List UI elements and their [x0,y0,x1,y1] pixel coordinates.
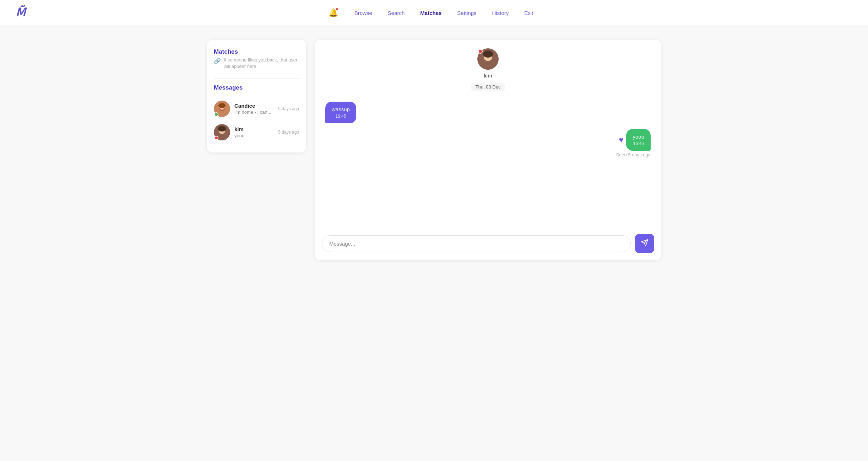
message-received-yooo: ♥ yooo 16:46 Seen 5 days ago [616,129,651,157]
messages-section-title: Messages [214,84,299,91]
bubble-wassup-time: 16:45 [332,114,350,119]
main-content: Matches 🔗 If someone likes you back, tha… [185,26,683,274]
notification-dot [335,7,339,11]
chat-contact-avatar-wrapper [477,48,499,70]
heart-reaction-icon: ♥ [619,135,623,145]
link-icon: 🔗 [214,58,221,64]
svg-point-5 [218,103,226,108]
nav-search[interactable]: Search [381,7,411,19]
navbar: M̃ 🔔 Browse Search Matches Settings Hist… [0,0,868,26]
send-button[interactable] [635,234,654,253]
bubble-yooo: yooo 16:46 [626,129,651,151]
app-logo: M̃ [14,4,31,22]
bubble-yooo-time: 16:46 [633,141,644,147]
nav-matches[interactable]: Matches [414,7,448,19]
candice-preview: I'm home - I can... [234,109,274,115]
matches-info: 🔗 If someone likes you back, that user w… [214,57,299,70]
send-icon [641,239,649,248]
yooo-bubble-row: ♥ yooo 16:46 [619,129,651,151]
chat-input-area [315,228,661,260]
kim-name: kim [234,126,274,132]
nav-exit[interactable]: Exit [518,7,539,19]
nav-center: 🔔 Browse Search Matches Settings History… [329,7,539,19]
svg-point-9 [218,126,226,132]
seen-status: Seen 5 days ago [616,152,651,157]
kim-status-dot [214,136,218,140]
kim-avatar-wrapper [214,124,230,140]
chat-contact-name: kim [484,73,492,79]
sidebar: Matches 🔗 If someone likes you back, tha… [207,40,306,260]
conversation-item-kim[interactable]: kim yooo 5 days ago [214,120,299,144]
notifications-bell[interactable]: 🔔 [329,8,338,17]
candice-avatar-wrapper [214,101,230,117]
chat-panel: kim Thu, 03 Dec wassup 16:45 ♥ yooo 16:4… [315,40,661,260]
svg-point-13 [483,50,493,58]
nav-settings[interactable]: Settings [451,7,483,19]
matches-subtitle: If someone likes you back, that user wil… [224,57,299,70]
messages-area: wassup 16:45 ♥ yooo 16:46 Seen 5 days ag… [315,98,661,228]
chat-date-badge: Thu, 03 Dec [471,83,506,91]
chat-header: kim Thu, 03 Dec [315,40,661,98]
conversation-item-candice[interactable]: Candice I'm home - I can... 5 days ago [214,97,299,120]
bubble-yooo-text: yooo [633,134,644,140]
sidebar-divider [214,78,299,79]
svg-text:M̃: M̃ [16,5,27,19]
candice-status-dot [214,112,218,117]
kim-preview: yooo [234,133,274,138]
matches-section-title: Matches [214,48,299,55]
candice-time: 5 days ago [278,106,299,111]
bubble-wassup: wassup 16:45 [325,102,356,123]
nav-history[interactable]: History [486,7,515,19]
candice-name: Candice [234,103,274,109]
chat-contact-status-dot [478,49,483,54]
candice-message-info: Candice I'm home - I can... [234,103,274,115]
kim-message-info: kim yooo [234,126,274,138]
sidebar-card: Matches 🔗 If someone likes you back, tha… [207,40,306,152]
nav-browse[interactable]: Browse [348,7,379,19]
message-input[interactable] [322,235,631,252]
message-sent-wassup: wassup 16:45 [325,102,356,123]
bubble-wassup-text: wassup [332,106,350,112]
kim-time: 5 days ago [278,130,299,135]
